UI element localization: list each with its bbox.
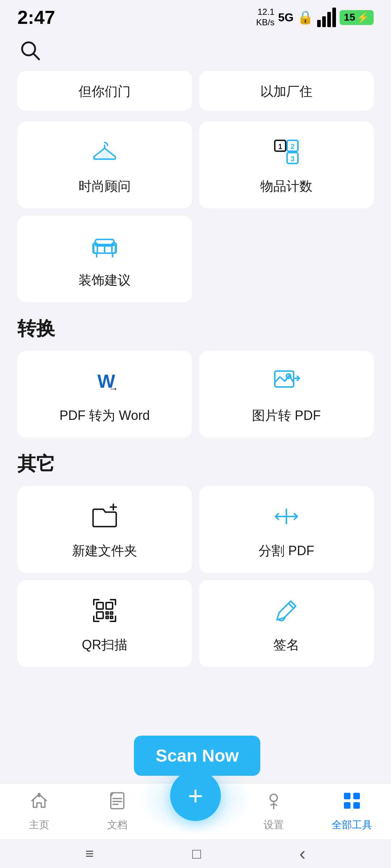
svg-rect-34 (111, 793, 124, 809)
partial-card-1[interactable]: 但你们门 (17, 71, 192, 111)
other-section-header: 其它 (0, 441, 391, 482)
svg-rect-39 (344, 793, 350, 799)
svg-rect-30 (110, 612, 113, 614)
svg-text:→: → (108, 383, 118, 394)
convert-grid: W → PDF 转为 Word 图片转 PDF (0, 347, 391, 441)
convert-section-header: 转换 (0, 306, 391, 347)
svg-rect-32 (110, 616, 113, 618)
svg-rect-26 (97, 603, 103, 609)
svg-point-38 (270, 794, 277, 801)
card-img2pdf[interactable]: 图片转 PDF (199, 351, 374, 438)
card-decor[interactable]: 装饰建议 (17, 216, 192, 302)
docs-icon (107, 791, 127, 815)
settings-icon (264, 791, 284, 815)
nav-item-tools[interactable]: 全部工具 (313, 791, 391, 832)
empty-card-placeholder (199, 216, 374, 302)
home-icon (29, 791, 49, 815)
network-gen: 5G (278, 11, 294, 24)
card-sign[interactable]: 签名 (199, 580, 374, 667)
wifi-icon: 🔒 (297, 10, 314, 25)
home-btn[interactable]: □ (192, 846, 201, 862)
svg-rect-29 (106, 612, 108, 614)
search-bar[interactable] (0, 32, 391, 71)
svg-line-1 (33, 54, 39, 59)
sign-icon (272, 596, 301, 629)
network-speed: 12.1KB/s (256, 7, 274, 28)
decor-grid: 装饰建议 (0, 212, 391, 306)
battery: 15 ⚡ (340, 10, 374, 25)
svg-rect-2 (100, 151, 109, 159)
card-newfolder[interactable]: 新建文件夹 (17, 486, 192, 573)
status-bar: 2:47 12.1KB/s 5G 🔒 15 ⚡ (0, 0, 391, 32)
menu-btn[interactable]: ≡ (85, 846, 94, 862)
card-pdf2word[interactable]: W → PDF 转为 Word (17, 351, 192, 438)
splitpdf-icon (272, 502, 301, 535)
fashion-count-grid: 时尚顾问 1 2 3 物品计数 (0, 118, 391, 212)
w-icon: W → (90, 367, 119, 400)
tools-icon (342, 791, 362, 815)
card-splitpdf[interactable]: 分割 PDF (199, 486, 374, 573)
svg-rect-27 (106, 603, 113, 609)
status-time: 2:47 (17, 7, 55, 28)
partial-card-2[interactable]: 以加厂住 (199, 71, 374, 111)
nav-item-home[interactable]: 主页 (0, 791, 78, 832)
card-count[interactable]: 1 2 3 物品计数 (199, 122, 374, 208)
hanger-icon (90, 137, 119, 170)
svg-rect-40 (353, 793, 360, 799)
scan-now-tooltip[interactable]: Scan Now (134, 736, 260, 776)
status-right: 12.1KB/s 5G 🔒 15 ⚡ (256, 7, 374, 28)
card-fashion[interactable]: 时尚顾问 (17, 122, 192, 208)
svg-rect-41 (344, 802, 350, 809)
svg-text:3: 3 (290, 155, 294, 163)
sofa-icon (90, 231, 119, 264)
partial-cards-row: 但你们门 以加厂住 (0, 71, 391, 118)
svg-rect-31 (106, 616, 108, 618)
signal-bars (317, 8, 336, 27)
svg-text:1: 1 (278, 142, 282, 150)
img2pdf-icon (272, 367, 301, 400)
newfolder-icon (90, 502, 119, 535)
svg-rect-28 (97, 612, 103, 618)
svg-rect-42 (353, 802, 360, 809)
search-icon[interactable] (17, 38, 43, 64)
home-indicator: ≡ □ ‹ (0, 839, 391, 868)
other-grid-1: 新建文件夹 分割 PDF (0, 482, 391, 576)
back-btn[interactable]: ‹ (299, 843, 306, 864)
card-qrscan[interactable]: QR扫描 (17, 580, 192, 667)
svg-text:2: 2 (290, 142, 294, 150)
qrscan-icon (90, 596, 119, 629)
count-icon: 1 2 3 (272, 137, 301, 170)
